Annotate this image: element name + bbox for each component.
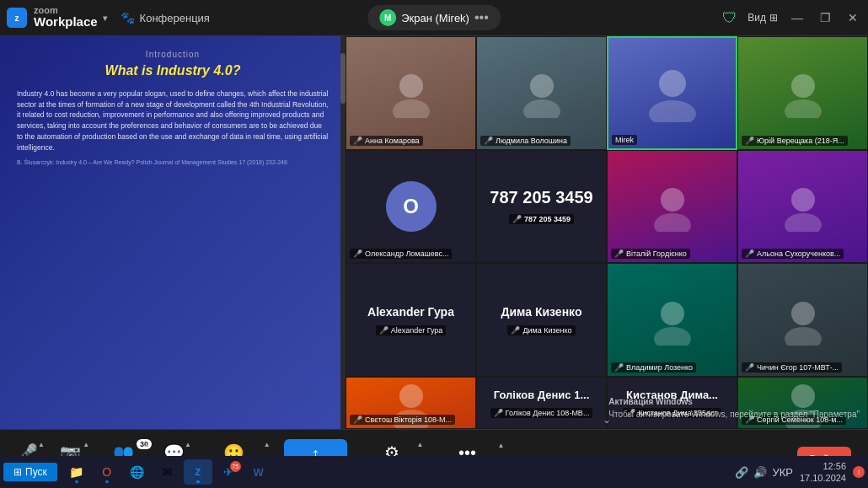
mic-muted-icon: 🎤 <box>626 409 635 417</box>
mic-muted-icon: 🎤 <box>614 249 624 258</box>
taskbar-right: 🔗 🔊 УКР 12:56 17.10.2024 ! <box>735 460 865 485</box>
participant-name: 🎤 Олександр Ломашевс... <box>350 249 452 259</box>
slide-reference: B. Ślusarczyk: Industry 4.0 – Are We Rea… <box>17 159 287 165</box>
participant-name: Mirek <box>612 135 637 145</box>
app-active-dot <box>105 480 109 483</box>
taskbar-app-word[interactable]: W <box>244 459 273 485</box>
app-active-dot <box>75 480 78 483</box>
main-content: Introduction What is Industry 4.0? Indus… <box>0 36 868 429</box>
mic-muted-icon: 🎤 <box>353 249 362 258</box>
taskbar-app-zoom[interactable]: Z <box>184 459 212 485</box>
volume-icon: 🔊 <box>753 466 767 479</box>
taskbar-app-chrome[interactable]: 🌐 <box>123 459 152 485</box>
svg-point-12 <box>661 302 684 325</box>
participant-big-name: Дима Кизенко <box>501 305 582 319</box>
participant-name: 🎤 Alexander Гура <box>376 325 447 335</box>
shield-icon: 🛡 <box>722 9 737 27</box>
taskbar-clock: 12:56 17.10.2024 <box>800 460 846 485</box>
participant-name: 🎤 Владимир Лозенко <box>611 362 696 373</box>
svg-point-1 <box>393 99 430 118</box>
mic-muted-icon: 🎤 <box>745 249 754 258</box>
view-button[interactable]: Вид ⊞ <box>747 12 778 24</box>
video-cell: 🎤 Віталій Гордієнко <box>607 150 737 264</box>
maximize-button[interactable]: ❐ <box>817 11 834 24</box>
participant-name: 🎤 Людмила Волошина <box>480 136 571 146</box>
more-options-icon[interactable]: ••• <box>474 10 489 25</box>
svg-point-9 <box>654 213 691 232</box>
zoom-logo: z zoom Workplace ▾ <box>7 6 107 29</box>
conference-label: Конференция <box>140 12 210 24</box>
taskbar-app-mail[interactable]: ✉ <box>153 459 182 485</box>
clock-date: 17.10.2024 <box>800 472 846 484</box>
slide-body: Industry 4.0 has become a very popular s… <box>17 88 329 153</box>
mic-muted-icon: 🎤 <box>745 416 754 424</box>
app-active-dot <box>196 480 200 483</box>
conference-button[interactable]: 🐾 Конференция <box>121 11 210 24</box>
explorer-icon: 📁 <box>69 465 83 479</box>
participant-avatar <box>346 37 475 149</box>
word-icon: W <box>254 466 264 479</box>
video-cell-name-only: Кистанов Дима... 🎤 Кистанов Дима 335аст <box>607 377 737 429</box>
mic-muted-icon: 🎤 <box>484 137 493 145</box>
video-cell-active: Mirek <box>607 36 737 150</box>
video-cell: 🎤 Свєтош Вікторія 108-М... <box>346 377 476 429</box>
participant-name: 🎤 Чичин Єгор 107-МВТ-... <box>742 362 842 373</box>
grid-view-icon: ⊞ <box>769 12 778 24</box>
participant-big-name: Alexander Гура <box>367 305 454 319</box>
video-cell-phone: 787 205 3459 🎤 787 205 3459 <box>476 150 607 264</box>
svg-point-18 <box>791 384 815 408</box>
video-cell: 🎤 Анна Комарова <box>346 36 476 150</box>
chrome-icon: 🌐 <box>130 465 144 479</box>
taskbar-app-telegram[interactable]: ✈ 75 <box>214 459 243 485</box>
participant-name: 🎤 Альона Сухорученков... <box>742 249 844 259</box>
participant-name: 🎤 Дима Кизенко <box>507 325 575 335</box>
participant-avatar <box>738 37 867 149</box>
windows-icon: ⊞ <box>13 466 22 478</box>
screen-share-pill[interactable]: M Экран (Mirek) ••• <box>367 5 501 30</box>
video-cell: О 🎤 Олександр Ломашевс... <box>346 150 476 264</box>
close-button[interactable]: ✕ <box>844 11 861 24</box>
participant-avatar: О <box>386 181 437 232</box>
mic-muted-icon: 🎤 <box>353 137 362 145</box>
opera-icon: O <box>102 465 111 479</box>
audio-caret[interactable]: ▲ <box>38 441 45 448</box>
svg-point-6 <box>791 74 815 98</box>
zoom-dropdown-arrow[interactable]: ▾ <box>103 13 107 23</box>
lang-label: УКР <box>772 466 793 479</box>
more-caret[interactable]: ▲ <box>498 442 505 449</box>
taskbar-app-opera[interactable]: O <box>93 459 121 485</box>
participant-avatar <box>608 38 736 148</box>
notification-badge[interactable]: ! <box>853 466 865 478</box>
participants-caret[interactable]: ▲ <box>143 441 150 448</box>
svg-point-7 <box>785 99 822 118</box>
participant-name: 🎤 Сергій Семенюк 108-м... <box>742 415 846 425</box>
video-cell-name-only: Alexander Гура 🎤 Alexander Гура <box>346 263 476 377</box>
m-badge: M <box>379 9 396 26</box>
notification-count: 75 <box>230 461 241 472</box>
participant-name: 🎤 787 205 3459 <box>509 214 574 224</box>
svg-point-16 <box>399 384 423 408</box>
taskbar-app-explorer[interactable]: 📁 <box>62 459 91 485</box>
svg-point-3 <box>523 99 560 118</box>
participant-big-name: Голіков Денис 1... <box>494 389 590 401</box>
participant-name: 🎤 Кистанов Дима 335аст <box>623 408 721 418</box>
video-cell-name-only: Голіков Денис 1... 🎤 Голіков Денис 108-М… <box>476 377 607 429</box>
apps-caret[interactable]: ▲ <box>417 441 424 448</box>
screen-share-label: Экран (Mirek) <box>401 12 469 24</box>
participant-avatar <box>477 37 606 149</box>
video-cell: 🎤 Людмила Волошина <box>476 36 607 150</box>
react-caret[interactable]: ▲ <box>264 441 271 448</box>
svg-point-14 <box>791 302 815 325</box>
phone-number: 787 205 3459 <box>490 188 592 207</box>
participant-name: 🎤 Віталій Гордієнко <box>611 249 690 259</box>
minimize-button[interactable]: — <box>788 11 806 24</box>
video-caret[interactable]: ▲ <box>83 441 89 448</box>
start-button[interactable]: ⊞ Пуск <box>3 463 57 481</box>
chat-caret[interactable]: ▲ <box>185 441 191 448</box>
video-cell: 🎤 Владимир Лозенко <box>607 263 737 377</box>
scroll-down-button[interactable]: ⌄ <box>603 414 611 426</box>
participant-name: 🎤 Свєтош Вікторія 108-М... <box>350 415 455 425</box>
video-cell-name-only: Дима Кизенко 🎤 Дима Кизенко <box>476 263 607 377</box>
video-cell: 🎤 Сергій Семенюк 108-м... <box>737 377 868 429</box>
clock-time: 12:56 <box>800 460 846 472</box>
